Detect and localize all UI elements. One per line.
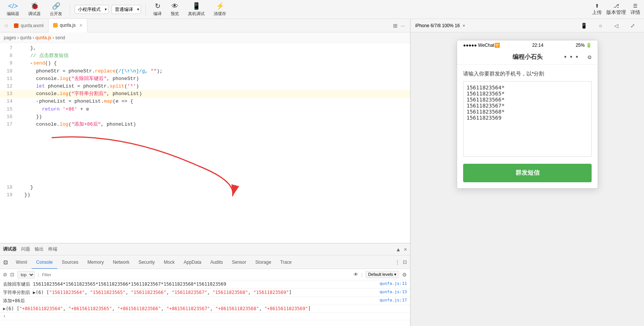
devtools-more-btn[interactable]: ⋮	[395, 259, 400, 265]
separator-2	[145, 4, 146, 15]
console-text: 字符串分割后 ▶(6) ["15611823564", "15611823565…	[3, 289, 379, 296]
devtools-tab-console[interactable]: Console	[32, 255, 57, 269]
branch-icon: ⎇	[613, 3, 619, 9]
console-link[interactable]: qunfa.js:11	[379, 281, 407, 286]
close-tab-btn[interactable]: ×	[80, 22, 83, 28]
code-line: 14 ▾phoneList = phoneList.map(e => {	[0, 98, 410, 106]
detail-btn[interactable]: ☰ 详情	[630, 3, 640, 16]
editor-panel: ◁ qunfa.wxml qunfa.js × ⊞ ··· pages › qu…	[0, 19, 410, 326]
phone-label: 请输入你要群发的手机号，以*分割	[463, 71, 592, 77]
code-line-13: 13 console.log("字符串分割后", phoneList)	[0, 90, 410, 98]
cloud-btn[interactable]: 🔗 云开发	[47, 0, 65, 18]
refresh-icon: ↻	[155, 2, 161, 10]
upload-icon: ⬆	[595, 3, 599, 9]
console-clear-btn[interactable]: ⊘	[3, 272, 7, 277]
back-tab-btn[interactable]: ◁	[2, 23, 9, 28]
clearsave-btn[interactable]: ⚡ 清缓存	[211, 0, 229, 18]
devtools-tab-network[interactable]: Network	[108, 255, 134, 269]
mode-select-wrapper: 小程序模式	[75, 5, 109, 14]
devtools-tab-sensor[interactable]: Sensor	[228, 255, 251, 269]
top-toolbar: </> 编辑器 🐞 调试器 🔗 云开发 小程序模式 普通编译 ↻ 编译 👁 预览…	[0, 0, 644, 19]
top-editor: ◁ qunfa.wxml qunfa.js × ⊞ ··· pages › qu…	[0, 19, 410, 243]
code-line: 12 let phoneList = phoneStr.split('*')	[0, 83, 410, 90]
divider2: |	[361, 272, 363, 277]
phone-signal: ●●●●● WeChat🛜	[463, 43, 500, 48]
console-text: 去除回车键后 15611823564*15611823565*156118235…	[3, 281, 379, 288]
code-line: 15 return '+86' + e	[0, 106, 410, 113]
devtools-tab-appdata[interactable]: AppData	[179, 255, 206, 269]
divider: |	[38, 272, 39, 277]
devtools-tab-wxml[interactable]: Wxml	[11, 255, 32, 269]
realtest-btn[interactable]: 📱 真机调试	[185, 0, 208, 18]
more-btn[interactable]: ···	[401, 23, 405, 29]
console-filter-input[interactable]	[42, 272, 350, 277]
code-line: 9 ▾send() {	[0, 60, 410, 68]
console-row-3: 添加+86后 qunfa.js:17	[0, 297, 410, 305]
code-line: 16 })	[0, 113, 410, 121]
debug-btn[interactable]: 🐞 调试器	[25, 0, 44, 18]
version-btn[interactable]: ⎇ 版本管理	[606, 3, 626, 16]
code-area[interactable]: 7 }, 8 // 点击群发短信 9 ▾send() { 10	[0, 43, 410, 243]
devtools-tab-security[interactable]: Security	[134, 255, 159, 269]
eye-icon: 👁	[171, 2, 178, 10]
console-gear-btn[interactable]: ⚙	[402, 272, 407, 278]
preview-btn[interactable]: 👁 预览	[168, 1, 182, 18]
upload-btn[interactable]: ⬆ 上传	[592, 3, 602, 16]
devtools-toolbar-debugger[interactable]: 调试器	[3, 246, 17, 252]
console-context-select[interactable]: top	[17, 271, 35, 278]
console-bar: ⊘ ⊡ top | 👁 | Default levels ▾ ⚙	[0, 269, 410, 280]
devtools-tab-memory[interactable]: Memory	[83, 255, 108, 269]
phone-view-circle-btn[interactable]: ○	[595, 19, 607, 32]
code-line: 11 console.log("去除回车键后", phoneStr)	[0, 75, 410, 83]
wxml-inspector-btn[interactable]: ⊡	[0, 259, 11, 265]
separator-1	[70, 4, 70, 15]
devtools-expand-btn[interactable]: ▲	[396, 246, 401, 252]
devtools-tab-trace[interactable]: Trace	[276, 255, 296, 269]
phone-view-phone-btn[interactable]: 📱	[576, 19, 592, 32]
console-levels-btn[interactable]: Default levels ▾	[366, 271, 399, 278]
console-row-2: 字符串分割后 ▶(6) ["15611823564", "15611823565…	[0, 289, 410, 297]
console-link[interactable]: qunfa.js:17	[379, 298, 407, 303]
compile-select-wrapper: 普通编译	[112, 5, 141, 14]
devtools-panel-actions: ▲ ×	[396, 246, 407, 252]
phone-content: 请输入你要群发的手机号，以*分割 15611823564* 1561182356…	[457, 65, 598, 188]
phone-frame-area: ●●●●● WeChat🛜 22:14 25% 🔋 编程小石头 • • • ⊙ …	[411, 32, 644, 326]
code-line: 17 console.log("添加+86后", phoneList)	[0, 121, 410, 184]
compile-select[interactable]: 普通编译	[112, 5, 141, 14]
devtools-close-btn[interactable]: ×	[404, 246, 407, 252]
editor-btn[interactable]: </> 编辑器	[4, 1, 22, 18]
console-filter-toggle[interactable]: ⊡	[10, 272, 14, 277]
phone-textarea[interactable]: 15611823564* 15611823565* 15611823566* 1…	[463, 81, 592, 157]
devtools-tab-mock[interactable]: Mock	[159, 255, 179, 269]
bug-icon: 🐞	[31, 2, 39, 10]
phone-send-btn[interactable]: 群发短信	[463, 164, 592, 182]
phone-nav-camera: ⊙	[587, 54, 592, 60]
phone-nav-dots[interactable]: • • •	[564, 53, 579, 61]
compile-btn[interactable]: ↻ 编译	[150, 0, 165, 18]
tab-wxml[interactable]: qunfa.wxml	[9, 19, 49, 32]
devtools-toolbar-issues[interactable]: 问题	[21, 246, 30, 252]
phone-status-bar: ●●●●● WeChat🛜 22:14 25% 🔋	[457, 40, 598, 50]
mode-select[interactable]: 小程序模式	[75, 5, 109, 14]
split-view-btn[interactable]: ⊞	[393, 23, 398, 29]
menu-icon: ☰	[633, 3, 638, 9]
inspect-icon: ⊡	[3, 259, 8, 265]
devtools-toolbar: 调试器 问题 输出 终端 ▲ ×	[0, 243, 410, 255]
devtools-tab-sources[interactable]: Sources	[57, 255, 83, 269]
devtools-toolbar-output[interactable]: 输出	[35, 246, 44, 252]
phone-model-arrow: ▾	[463, 23, 465, 28]
red-arrow	[48, 136, 244, 174]
console-eye-btn[interactable]: 👁	[353, 272, 358, 277]
devtools-detach-btn[interactable]: ⊡	[403, 259, 407, 265]
devtools-toolbar-terminal[interactable]: 终端	[48, 246, 57, 252]
phone-view-prev-btn[interactable]: ◁	[610, 19, 623, 32]
layers-icon: ⚡	[216, 2, 224, 10]
tab-js[interactable]: qunfa.js ×	[49, 19, 87, 32]
devtools-tab-storage[interactable]: Storage	[251, 255, 276, 269]
phone-view-buttons: 📱 ○ ◁ ⤢	[576, 19, 639, 32]
phone-view-expand-btn[interactable]: ⤢	[626, 19, 639, 32]
breadcrumb-text: pages › qunfa › qunfa.js › send	[4, 35, 65, 40]
devtools-tab-audits[interactable]: Audits	[206, 255, 227, 269]
console-link[interactable]: qunfa.js:13	[379, 289, 407, 294]
phone-nav-title: 编程小石头	[512, 53, 543, 61]
